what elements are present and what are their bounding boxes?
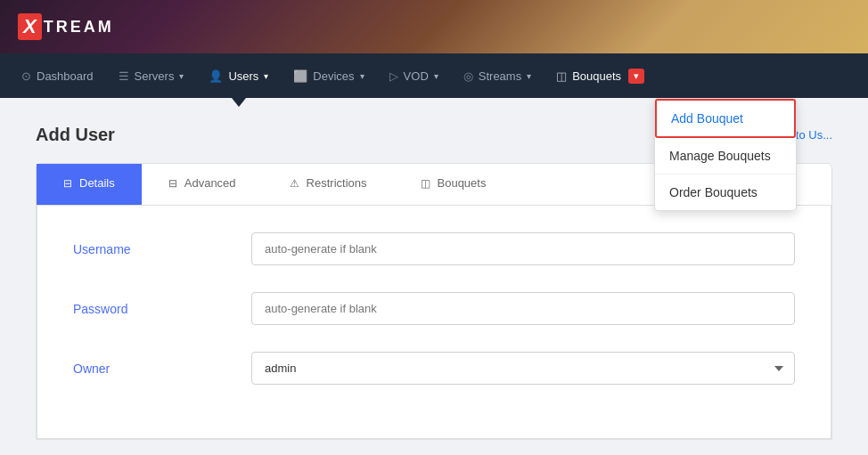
- advanced-tab-icon: ⊟: [168, 177, 177, 190]
- nav-label-dashboard: Dashboard: [37, 69, 94, 83]
- tab-details[interactable]: ⊟ Details: [37, 164, 142, 205]
- bouquet-add-item[interactable]: Add Bouquet: [655, 99, 796, 138]
- form-row-owner: Owner admin: [73, 352, 795, 385]
- nav-label-devices: Devices: [313, 69, 354, 83]
- username-input[interactable]: [251, 232, 795, 265]
- form-row-username: Username: [73, 232, 795, 265]
- owner-select[interactable]: admin: [251, 352, 795, 385]
- users-dropdown-indicator: [232, 98, 246, 107]
- nav-item-vod[interactable]: ▷ VOD ▾: [377, 53, 451, 98]
- bouquets-icon: ◫: [556, 69, 567, 83]
- bouquet-manage-item[interactable]: Manage Bouquets: [655, 138, 796, 175]
- bouquets-dropdown-btn[interactable]: ▾: [628, 69, 644, 84]
- vod-chevron-icon: ▾: [434, 71, 438, 81]
- form-container: Username Password Owner admin: [37, 206, 831, 439]
- devices-icon: ⬜: [293, 69, 307, 83]
- bouquets-dropdown-menu: Add Bouquet Manage Bouquets Order Bouque…: [654, 98, 797, 211]
- logo-x-icon: X: [18, 13, 42, 40]
- nav-label-bouquets: Bouquets: [572, 69, 621, 83]
- username-label: Username: [73, 242, 251, 256]
- servers-chevron-icon: ▾: [179, 71, 184, 81]
- streams-chevron-icon: ▾: [527, 71, 531, 81]
- nav-item-bouquets[interactable]: ◫ Bouquets ▾: [544, 53, 657, 98]
- logo-text: TREAM: [44, 18, 114, 37]
- password-label: Password: [73, 302, 251, 316]
- navbar: ⊙ Dashboard ☰ Servers ▾ 👤 Users ▾ ⬜ Devi…: [0, 53, 868, 98]
- header: X TREAM: [0, 0, 868, 53]
- tab-bouquets[interactable]: ◫ Bouquets: [394, 164, 513, 205]
- nav-label-vod: VOD: [404, 69, 429, 83]
- nav-label-users: Users: [228, 69, 258, 83]
- nav-label-servers: Servers: [135, 69, 175, 83]
- bouquets-tab-icon: ◫: [421, 177, 430, 190]
- logo: X TREAM: [18, 13, 114, 40]
- nav-item-users[interactable]: 👤 Users ▾: [196, 53, 281, 98]
- servers-icon: ☰: [119, 69, 129, 83]
- tab-details-label: Details: [79, 176, 115, 190]
- tab-restrictions-label: Restrictions: [307, 176, 367, 190]
- nav-label-streams: Streams: [479, 69, 521, 83]
- vod-icon: ▷: [389, 69, 398, 83]
- tab-restrictions[interactable]: ⚠ Restrictions: [263, 164, 394, 205]
- nav-item-devices[interactable]: ⬜ Devices ▾: [281, 53, 376, 98]
- restrictions-tab-icon: ⚠: [290, 177, 299, 190]
- dashboard-icon: ⊙: [21, 69, 31, 83]
- tab-bouquets-label: Bouquets: [438, 176, 487, 190]
- details-tab-icon: ⊟: [63, 177, 72, 190]
- tab-advanced-label: Advanced: [184, 176, 236, 190]
- owner-label: Owner: [73, 362, 251, 376]
- devices-chevron-icon: ▾: [360, 71, 364, 81]
- form-row-password: Password: [73, 292, 795, 325]
- bouquet-order-item[interactable]: Order Bouquets: [655, 175, 796, 210]
- nav-item-streams[interactable]: ◎ Streams ▾: [451, 53, 544, 98]
- nav-item-dashboard[interactable]: ⊙ Dashboard: [9, 53, 106, 98]
- streams-icon: ◎: [463, 69, 473, 83]
- tab-advanced[interactable]: ⊟ Advanced: [142, 164, 263, 205]
- users-chevron-icon: ▾: [264, 71, 268, 81]
- page-title: Add User: [36, 125, 115, 145]
- nav-item-servers[interactable]: ☰ Servers ▾: [106, 53, 197, 98]
- password-input[interactable]: [251, 292, 795, 325]
- users-icon: 👤: [209, 69, 223, 83]
